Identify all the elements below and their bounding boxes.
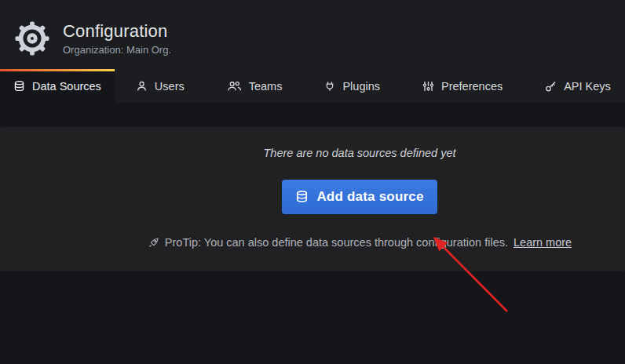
tab-plugins[interactable]: Plugins [303, 69, 401, 103]
tab-label: API Keys [564, 80, 611, 93]
learn-more-link[interactable]: Learn more [514, 236, 572, 249]
tab-label: Users [155, 80, 185, 93]
page-subtitle: Organization: Main Org. [63, 44, 171, 56]
database-icon [295, 190, 309, 204]
rocket-icon [148, 237, 159, 249]
add-data-source-button[interactable]: Add data source [282, 180, 437, 214]
header-titles: Configuration Organization: Main Org. [63, 21, 171, 56]
users-icon [227, 80, 242, 93]
protip: ProTip: You can also define data sources… [148, 236, 572, 249]
database-icon [13, 80, 25, 93]
sliders-icon [422, 80, 434, 93]
page-header-strip: Configuration Organization: Main Org. Da… [0, 0, 625, 103]
config-tab-bar: Data Sources Users Teams Plug [0, 69, 625, 103]
add-button-label: Add data source [316, 189, 423, 205]
tab-teams[interactable]: Teams [206, 69, 304, 103]
data-sources-panel: There are no data sources defined yet Ad… [0, 127, 625, 271]
plug-icon [324, 80, 335, 93]
tab-label: Plugins [342, 80, 380, 93]
tab-label: Data Sources [32, 80, 101, 93]
gear-icon [14, 20, 50, 56]
tab-label: Teams [249, 80, 283, 93]
page-title: Configuration [63, 21, 171, 42]
empty-state: There are no data sources defined yet Ad… [0, 127, 625, 252]
tab-label: Preferences [441, 80, 503, 93]
user-icon [136, 80, 148, 93]
page-header: Configuration Organization: Main Org. [0, 0, 625, 69]
protip-text: ProTip: You can also define data sources… [165, 236, 508, 249]
key-icon [545, 80, 557, 93]
tab-users[interactable]: Users [115, 69, 206, 103]
tab-data-sources[interactable]: Data Sources [0, 69, 115, 103]
tab-preferences[interactable]: Preferences [401, 69, 524, 103]
empty-message: There are no data sources defined yet [94, 147, 625, 159]
tab-api-keys[interactable]: API Keys [524, 69, 625, 103]
